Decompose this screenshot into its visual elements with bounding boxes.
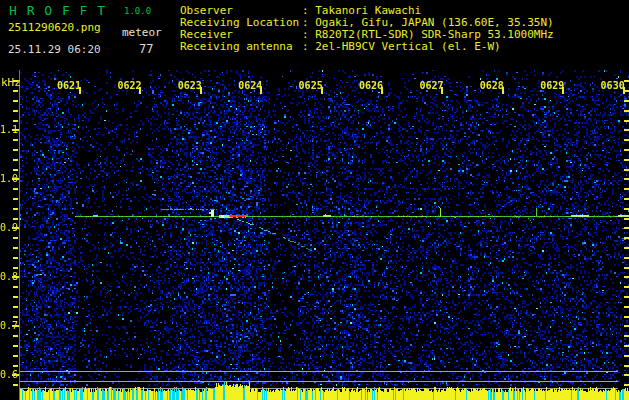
x-tick-label: 0623 [178,80,202,91]
x-tick-label: 0628 [480,80,504,91]
x-tick-label: 0625 [299,80,323,91]
x-tick-label: 0626 [359,80,383,91]
hrofft-screen: { "header": { "title": "H R O F F T", "v… [0,0,629,400]
x-tick-label: 0621 [57,80,81,91]
y-tick-label: 0.6 [0,369,18,380]
y-tick-label: 0.8 [0,271,18,282]
x-tick-label: 0624 [238,80,262,91]
y-tick-label: 0.7 [0,320,18,331]
x-tick-label: 0622 [117,80,141,91]
x-tick-label: 0629 [540,80,564,91]
y-tick-label: 1.1 [0,124,18,135]
x-tick-label: 0627 [419,80,443,91]
y-tick-label: 0.9 [0,222,18,233]
y-tick-label: 1.0 [0,173,18,184]
x-tick-label: 0630 [601,80,625,91]
y-axis-unit-label: kHz [1,76,21,89]
axis-overlay-canvas [0,0,629,400]
